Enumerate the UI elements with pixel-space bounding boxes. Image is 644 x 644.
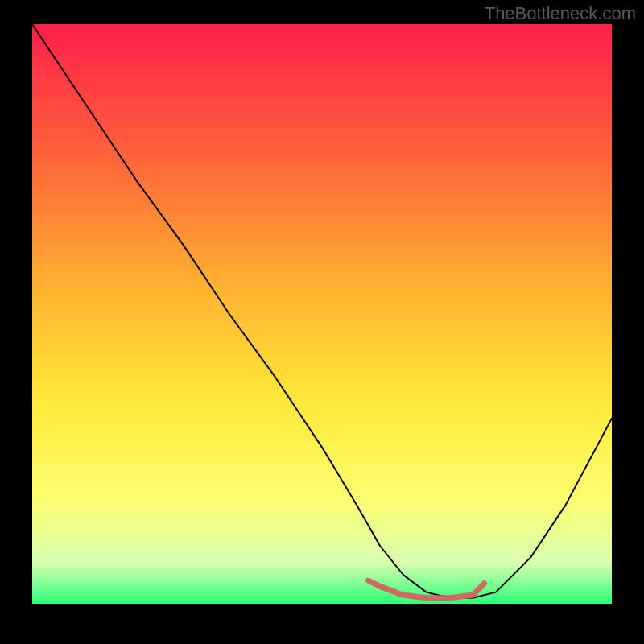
gradient-background [32,24,612,604]
chart-svg [32,24,612,604]
watermark-text: TheBottleneck.com [485,3,636,24]
chart-plot-area [32,24,612,604]
